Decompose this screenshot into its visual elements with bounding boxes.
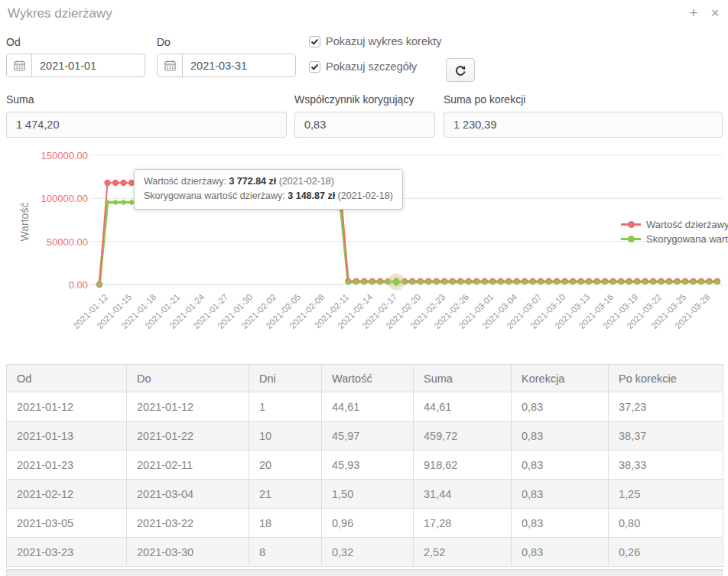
legend-label: Wartość dzierżawy xyxy=(646,219,728,230)
table-column-header: Wartość xyxy=(322,365,414,392)
wspolczynnik-input[interactable] xyxy=(294,112,435,138)
table-cell: 10 xyxy=(249,421,322,451)
legend-item[interactable]: Skorygowana wartość dzierżawy xyxy=(621,232,728,246)
suma-label: Suma xyxy=(6,93,34,106)
table-column-header: Po korekcie xyxy=(609,365,723,392)
refresh-button[interactable] xyxy=(446,58,475,82)
checkbox-label: Pokazuj wykres korekty xyxy=(326,35,442,47)
table-cell: 38,37 xyxy=(609,421,723,451)
table-cell: 1,50 xyxy=(322,480,414,509)
table-row[interactable]: 2021-01-132021-01-221045,97459,720,8338,… xyxy=(7,421,723,451)
table-cell: 21 xyxy=(249,480,322,509)
table-row[interactable]: 2021-01-232021-02-112045,93918,620,8338,… xyxy=(7,451,723,480)
table-cell: 0,96 xyxy=(322,509,414,538)
table-cell: 45,97 xyxy=(322,421,414,451)
table-cell: 2021-03-30 xyxy=(127,538,249,567)
od-label: Od xyxy=(6,36,21,48)
suma-input[interactable] xyxy=(6,112,287,138)
table-cell: 0,80 xyxy=(609,509,723,538)
table-cell: 0,83 xyxy=(512,509,609,538)
refresh-icon xyxy=(454,64,466,76)
table-cell: 2021-03-22 xyxy=(127,509,249,538)
date-to-field[interactable] xyxy=(157,54,296,77)
suma-po-korekcji-input[interactable] xyxy=(444,112,723,138)
details-table: OdDoDniWartośćSumaKorekcjaPo korekcie 20… xyxy=(6,364,723,567)
table-row[interactable]: 2021-02-122021-03-04211,5031,440,831,25 xyxy=(7,480,723,509)
table-cell: 0,83 xyxy=(512,421,609,451)
date-to-input[interactable] xyxy=(183,60,290,72)
table-cell: 2021-02-12 xyxy=(7,480,127,509)
suma-po-korekcji-label: Suma po korekcji xyxy=(444,93,525,106)
table-cell: 44,61 xyxy=(322,392,414,421)
table-cell: 1,25 xyxy=(609,480,723,509)
table-column-header: Korekcja xyxy=(512,365,609,392)
table-cell: 2021-03-05 xyxy=(7,509,127,538)
table-cell: 2021-01-13 xyxy=(7,421,127,451)
table-row[interactable]: 2021-03-052021-03-22180,9617,280,830,80 xyxy=(7,509,723,538)
lease-chart-window: Wykres dzierżawy + × Od Do Pokazuj wykre… xyxy=(0,0,728,576)
table-cell: 2021-01-22 xyxy=(127,421,249,451)
date-from-input[interactable] xyxy=(32,60,139,72)
table-row[interactable]: 2021-01-122021-01-12144,6144,610,8337,23 xyxy=(7,392,723,421)
table-cell: 459,72 xyxy=(414,421,512,451)
table-cell: 17,28 xyxy=(414,509,512,538)
chart-tooltip: Wartość dzierżawy: 3 772.84 zł (2021-02-… xyxy=(134,169,403,210)
table-cell: 38,33 xyxy=(609,451,723,480)
calendar-icon xyxy=(7,54,32,76)
table-cell: 0,26 xyxy=(609,538,723,567)
table-cell: 8 xyxy=(249,538,322,567)
y-tick-label: 0.00 xyxy=(19,279,88,291)
table-row[interactable]: 2021-03-232021-03-3080,322,520,830,26 xyxy=(7,538,723,567)
expand-icon[interactable]: + xyxy=(685,5,702,21)
checkbox-label: Pokazuj szczegóły xyxy=(326,60,417,73)
table-column-header: Do xyxy=(127,365,249,392)
table-column-header: Od xyxy=(7,365,127,392)
date-from-field[interactable] xyxy=(6,54,145,77)
table-cell: 0,83 xyxy=(512,538,609,567)
legend-item[interactable]: Wartość dzierżawy xyxy=(621,217,728,232)
checkbox-checked-icon xyxy=(309,61,320,73)
highlight-halo xyxy=(388,273,405,290)
y-tick-label: 150000.00 xyxy=(19,150,88,161)
table-cell: 0,32 xyxy=(322,538,414,567)
table-cell: 0,83 xyxy=(512,480,609,509)
checkbox-checked-icon xyxy=(309,36,320,47)
checkbox-pokazuj-szczegoly[interactable]: Pokazuj szczegóły xyxy=(309,60,417,73)
close-icon[interactable]: × xyxy=(707,5,723,21)
chart-legend: Wartość dzierżawySkorygowana wartość dzi… xyxy=(621,217,728,246)
table-cell: 18 xyxy=(249,509,322,538)
y-axis-title: Wartość xyxy=(18,191,31,252)
table-cell: 2,52 xyxy=(414,538,512,567)
table-cell: 45,93 xyxy=(322,451,414,480)
calendar-icon xyxy=(158,54,183,76)
table-cell: 918,62 xyxy=(414,451,512,480)
tooltip-line-1: Wartość dzierżawy: 3 772.84 zł (2021-02-… xyxy=(144,174,393,189)
table-partial-next-row xyxy=(6,569,723,576)
checkbox-pokazuj-wykres-korekty[interactable]: Pokazuj wykres korekty xyxy=(309,35,442,47)
window-title: Wykres dzierżawy xyxy=(8,6,112,21)
table-cell: 44,61 xyxy=(414,392,512,421)
table-cell: 2021-02-11 xyxy=(127,451,249,480)
table-cell: 0,83 xyxy=(512,392,609,421)
legend-label: Skorygowana wartość dzierżawy xyxy=(646,233,728,245)
table-cell: 1 xyxy=(249,392,322,421)
do-label: Do xyxy=(157,36,171,48)
table-cell: 2021-01-12 xyxy=(7,392,127,421)
tooltip-line-2: Skorygowana wartość dzierżawy: 3 148.87 … xyxy=(144,189,393,203)
wspolczynnik-label: Współczynnik korygujący xyxy=(294,93,414,106)
table-cell: 0,83 xyxy=(512,451,609,480)
table-cell: 2021-01-12 xyxy=(127,392,249,421)
table-header-row: OdDoDniWartośćSumaKorekcjaPo korekcie xyxy=(7,365,723,392)
table-cell: 37,23 xyxy=(609,392,723,421)
table-column-header: Dni xyxy=(249,365,322,392)
table-cell: 2021-01-23 xyxy=(7,451,127,480)
table-cell: 20 xyxy=(249,451,322,480)
table-column-header: Suma xyxy=(414,365,512,392)
legend-marker-icon xyxy=(621,238,641,240)
table-cell: 31,44 xyxy=(414,480,512,509)
table-cell: 2021-03-04 xyxy=(127,480,249,509)
table-cell: 2021-03-23 xyxy=(7,538,127,567)
legend-marker-icon xyxy=(621,223,641,226)
